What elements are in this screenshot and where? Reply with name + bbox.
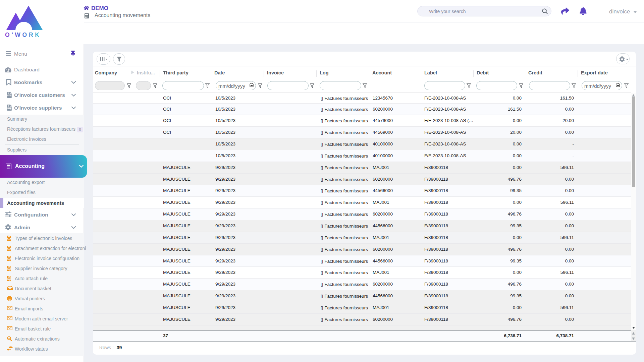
svg-text:O'WORK: O'WORK (5, 32, 42, 38)
